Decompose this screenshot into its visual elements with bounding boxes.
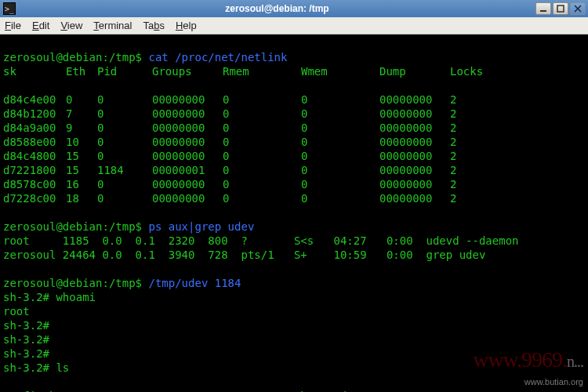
root-shell-output: sh-3.2# whoamirootsh-3.2#sh-3.2#sh-3.2#s… bbox=[3, 290, 585, 375]
table-row: d8588e001000000000000000000002 bbox=[3, 135, 489, 149]
table-row: d84a9a00900000000000000000002 bbox=[3, 121, 489, 135]
table-row: d8578c001600000000000000000002 bbox=[3, 177, 489, 191]
netlink-header-row: skEthPidGroupsRmemWmemDumpLocks bbox=[3, 64, 489, 78]
shell-line: sh-3.2# bbox=[3, 332, 585, 347]
ls-column: m4 Makefile mapping-zerosoul nc bbox=[122, 389, 281, 392]
app-window: >_ zerosoul@debian: /tmp File Edit View … bbox=[0, 0, 588, 392]
command-1: cat /proc/net/netlink bbox=[148, 51, 287, 64]
shell-line: sh-3.2# bbox=[3, 318, 585, 332]
menu-tabs[interactable]: Tabs bbox=[143, 20, 164, 31]
shell-line: root bbox=[3, 304, 585, 318]
prompt: zerosoul@debian:/tmp$ bbox=[3, 51, 142, 64]
svg-rect-1 bbox=[557, 5, 564, 12]
prompt: zerosoul@debian:/tmp$ bbox=[3, 220, 142, 233]
shell-line: sh-3.2# bbox=[3, 347, 585, 361]
ls-column: seahorse-d48TFB src ssh-TtBfcM2968 stamp… bbox=[281, 389, 413, 392]
maximize-button[interactable] bbox=[553, 2, 568, 15]
shell-line: sh-3.2# ls bbox=[3, 361, 585, 375]
menu-view[interactable]: View bbox=[60, 20, 82, 31]
table-row: d84b1200700000000000000000002 bbox=[3, 107, 489, 121]
menu-help[interactable]: Help bbox=[176, 20, 197, 31]
prompt: zerosoul@debian:/tmp$ bbox=[3, 277, 142, 289]
minimize-button[interactable] bbox=[535, 2, 551, 15]
ls-output: config.h config.log config.status doc m4… bbox=[3, 389, 585, 392]
shell-line: sh-3.2# whoami bbox=[3, 290, 585, 304]
table-row: zerosoul 24464 0.0 0.1 3940 728 pts/1 S+… bbox=[3, 248, 585, 262]
command-2: ps aux|grep udev bbox=[148, 220, 254, 233]
close-icon bbox=[574, 5, 582, 13]
menu-file[interactable]: File bbox=[5, 20, 21, 31]
menubar: File Edit View Terminal Tabs Help bbox=[0, 17, 588, 34]
menu-edit[interactable]: Edit bbox=[32, 20, 49, 31]
ps-output: root 1185 0.0 0.1 2320 800 ? S<s 04:27 0… bbox=[3, 234, 585, 262]
ls-column: config.h config.log config.status doc bbox=[3, 389, 122, 392]
table-row: d84c4e00000000000000000000002 bbox=[3, 93, 489, 107]
window-title: zerosoul@debian: /tmp bbox=[19, 3, 535, 14]
menu-terminal[interactable]: Terminal bbox=[93, 20, 132, 31]
table-row: root 1185 0.0 0.1 2320 800 ? S<s 04:27 0… bbox=[3, 234, 585, 248]
terminal-viewport[interactable]: zerosoul@debian:/tmp$ cat /proc/net/netl… bbox=[0, 34, 588, 392]
table-row: d84c48001500000000000000000002 bbox=[3, 149, 489, 163]
table-row: d7228c001800000000000000000002 bbox=[3, 191, 489, 205]
watermark-butian: www.butian.org bbox=[524, 375, 583, 389]
titlebar[interactable]: >_ zerosoul@debian: /tmp bbox=[0, 0, 588, 17]
terminal-icon: >_ bbox=[3, 2, 16, 15]
window-controls bbox=[535, 2, 586, 15]
netlink-table: d84c4e00000000000000000000002d84b1200700… bbox=[3, 93, 585, 205]
table-row: d72218001511840000000100000000002 bbox=[3, 163, 489, 177]
maximize-icon bbox=[557, 5, 564, 13]
close-button[interactable] bbox=[570, 2, 586, 15]
minimize-icon bbox=[539, 5, 547, 13]
command-3: /tmp/udev 1184 bbox=[148, 277, 241, 289]
